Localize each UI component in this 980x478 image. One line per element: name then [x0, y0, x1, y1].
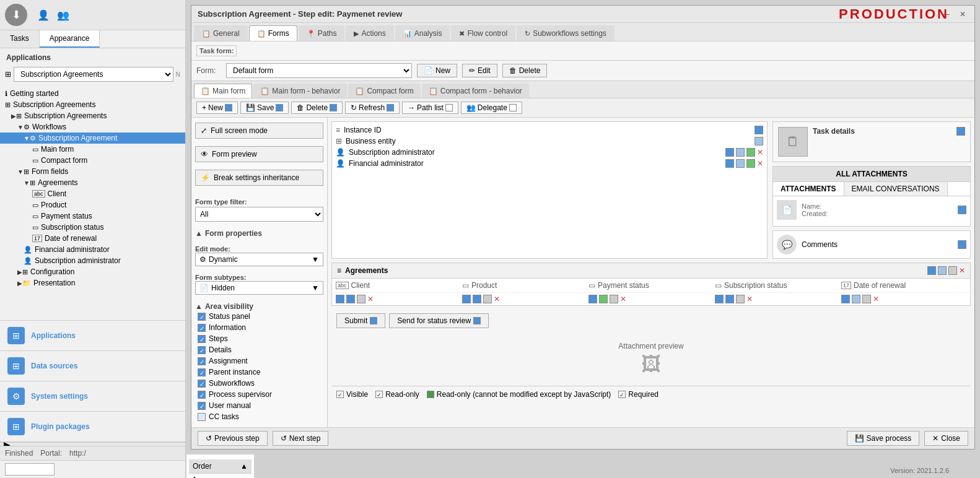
- agreements-ctrl3[interactable]: [948, 266, 957, 275]
- form-preview-button[interactable]: 👁 Form preview: [195, 146, 323, 162]
- ss-ctrl2[interactable]: [725, 295, 734, 303]
- task-details-ctrl[interactable]: [956, 127, 965, 136]
- ftb-save-button[interactable]: 💾 Save: [240, 102, 289, 114]
- users-icon[interactable]: 👥: [57, 9, 69, 21]
- attachments-tab[interactable]: ATTACHMENTS: [773, 182, 844, 196]
- tab-forms[interactable]: 📋 Forms: [249, 25, 297, 41]
- tree-agreements[interactable]: ▼ ⊞ Agreements: [0, 177, 185, 188]
- c-ctrl2[interactable]: [346, 295, 355, 303]
- area-details[interactable]: Details: [195, 344, 323, 355]
- dr-ctrl1[interactable]: [841, 295, 850, 303]
- subworkflows-chk[interactable]: [198, 380, 206, 388]
- tree-configuration[interactable]: ▶ ⊞ Configuration: [0, 266, 185, 277]
- ps-ctrl3[interactable]: [610, 295, 618, 303]
- collapse-icon[interactable]: ▲: [195, 229, 203, 238]
- delete-checkbox[interactable]: [330, 104, 337, 111]
- area-process-supervisor[interactable]: Process supervisor: [195, 389, 323, 400]
- tab-actions[interactable]: ▶ Actions: [346, 25, 393, 41]
- previous-step-button[interactable]: ↺ Previous step: [198, 431, 268, 446]
- pathlist-checkbox[interactable]: [445, 104, 453, 111]
- tree-form-fields[interactable]: ▼ ⊞ Form fields: [0, 166, 185, 177]
- close-dialog-button[interactable]: ✕: [957, 10, 968, 19]
- tree-date-renewal[interactable]: 17 Date of renewal: [0, 233, 185, 244]
- tree-financial-admin[interactable]: 👤 Financial administrator: [0, 244, 185, 255]
- edit-mode-display[interactable]: ⚙ Dynamic ▼: [195, 253, 323, 266]
- user-manual-chk[interactable]: [198, 402, 206, 410]
- tab-paths[interactable]: 📍 Paths: [299, 25, 345, 41]
- c-ctrl3[interactable]: [357, 295, 365, 303]
- new-form-button[interactable]: 📄 New: [417, 64, 457, 77]
- expand-icon-6[interactable]: ▶: [17, 269, 22, 276]
- tree-product[interactable]: ▭ Product: [0, 199, 185, 211]
- agreements-ctrl2[interactable]: [938, 266, 947, 275]
- ftb-delegate-button[interactable]: 👥 Delegate: [461, 102, 522, 114]
- tree-subscription-status[interactable]: ▭ Subscription status: [0, 222, 185, 233]
- area-collapse-icon[interactable]: ▲: [195, 302, 203, 311]
- order-add-icon[interactable]: +: [243, 476, 248, 478]
- dr-remove[interactable]: ✕: [873, 295, 879, 303]
- refresh-checkbox[interactable]: [387, 104, 394, 111]
- fa-remove[interactable]: ✕: [757, 159, 763, 168]
- ss-ctrl1[interactable]: [715, 295, 724, 303]
- p-ctrl3[interactable]: [483, 295, 492, 303]
- expand-icon[interactable]: ▶: [11, 113, 16, 120]
- form-type-filter-select[interactable]: All: [195, 207, 323, 222]
- business-entity-ctrl1[interactable]: [755, 137, 763, 146]
- bottom-search-input[interactable]: [5, 463, 55, 476]
- steps-chk[interactable]: [198, 335, 206, 343]
- area-parent-instance[interactable]: Parent instance: [195, 367, 323, 378]
- expand-icon-5[interactable]: ▼: [24, 180, 30, 186]
- inner-tab-compact-form[interactable]: 📋 Compact form: [348, 84, 420, 98]
- submit-cb[interactable]: [370, 317, 377, 324]
- tab-general[interactable]: 📋 General: [194, 25, 248, 41]
- fa-ctrl3[interactable]: [746, 159, 755, 168]
- status-panel-chk[interactable]: [198, 313, 206, 321]
- tree-client[interactable]: abc Client: [0, 188, 185, 199]
- sa-ctrl2[interactable]: [736, 148, 745, 157]
- assignment-chk[interactable]: [198, 357, 206, 365]
- process-supervisor-chk[interactable]: [198, 391, 206, 399]
- applications-section[interactable]: ⊞ Applications: [0, 321, 185, 351]
- status-review-cb[interactable]: [473, 317, 481, 324]
- edit-form-button[interactable]: ✏ Edit: [462, 64, 497, 77]
- close-button[interactable]: ✕ Close: [924, 431, 968, 446]
- tree-compact-form[interactable]: ▭ Compact form: [0, 155, 185, 166]
- inner-tab-main-behavior[interactable]: 📋 Main form - behavior: [253, 84, 347, 98]
- inner-tab-main-form[interactable]: 📋 Main form: [194, 84, 252, 98]
- tree-subscription-admin[interactable]: 👤 Subscription administrator: [0, 255, 185, 266]
- expand-icon-2[interactable]: ▼: [17, 124, 24, 131]
- tree-payment-status[interactable]: ▭ Payment status: [0, 211, 185, 222]
- parent-instance-chk[interactable]: [198, 368, 206, 376]
- area-user-manual[interactable]: User manual: [195, 400, 323, 411]
- p-ctrl2[interactable]: [473, 295, 481, 303]
- app-selector[interactable]: Subscription Agreements: [14, 67, 173, 82]
- fa-ctrl2[interactable]: [736, 159, 745, 168]
- plugin-packages-section[interactable]: ⊞ Plugin packages: [0, 412, 185, 442]
- tree-workflows[interactable]: ▼ ⚙ Workflows: [0, 121, 185, 133]
- fa-ctrl1[interactable]: [725, 159, 734, 168]
- full-screen-button[interactable]: ⤢ Full screen mode: [195, 123, 323, 139]
- ps-ctrl1[interactable]: [588, 295, 597, 303]
- sa-remove[interactable]: ✕: [757, 148, 763, 157]
- delegate-checkbox[interactable]: [509, 104, 517, 111]
- area-information[interactable]: Information: [195, 322, 323, 333]
- send-status-review-button[interactable]: Send for status review: [389, 313, 489, 328]
- inner-tab-compact-behavior[interactable]: 📋 Compact form - behavior: [422, 84, 529, 98]
- attachment-ctrl[interactable]: [958, 206, 966, 214]
- all-attachments-button[interactable]: ALL ATTACHMENTS: [773, 167, 970, 182]
- p-remove[interactable]: ✕: [494, 295, 500, 303]
- ss-ctrl3[interactable]: [736, 295, 745, 303]
- tab-analysis[interactable]: 📊 Analysis: [395, 25, 450, 41]
- new-checkbox[interactable]: [225, 104, 232, 111]
- ftb-new-button[interactable]: + New: [196, 102, 238, 114]
- form-select[interactable]: Default form: [226, 63, 412, 78]
- area-assignment[interactable]: Assignment: [195, 355, 323, 367]
- dr-ctrl3[interactable]: [862, 295, 871, 303]
- area-steps[interactable]: Steps: [195, 333, 323, 344]
- ss-remove[interactable]: ✕: [746, 295, 753, 303]
- p-ctrl1[interactable]: [462, 295, 471, 303]
- ps-remove[interactable]: ✕: [620, 295, 626, 303]
- tree-subscription-agreements-2[interactable]: ▶ ⊞ Subscription Agreements: [0, 110, 185, 121]
- tree-subscription-agreement[interactable]: ▼ ⚙ Subscription Agreement: [0, 133, 185, 144]
- c-remove[interactable]: ✕: [367, 295, 374, 303]
